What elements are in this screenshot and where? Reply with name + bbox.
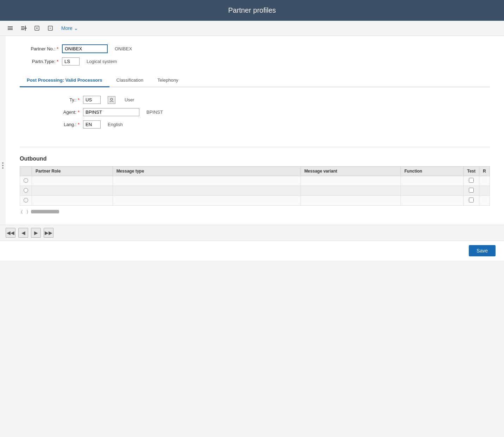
outbound-table: Partner Role Message type Message varian… (20, 166, 490, 206)
side-handle (0, 36, 6, 225)
row2-test-cell[interactable] (464, 186, 479, 196)
ty-input[interactable] (83, 96, 101, 104)
lang-display: English (108, 122, 123, 127)
row1-r[interactable] (479, 176, 490, 186)
row2-message-type[interactable] (113, 186, 301, 196)
row2-function[interactable] (401, 186, 464, 196)
page-header: Partner profiles (0, 0, 504, 21)
row3-partner-role[interactable] (32, 196, 113, 206)
outbound-section: Outbound Partner Role Message type Messa… (20, 156, 490, 216)
row3-radio[interactable] (24, 198, 28, 202)
row1-test-checkbox[interactable] (469, 178, 474, 183)
agent-required: * (78, 110, 80, 115)
row2-test-checkbox[interactable] (469, 188, 474, 193)
page-title: Partner profiles (228, 6, 276, 14)
scroll-right-button[interactable]: 〉 (25, 208, 30, 215)
partner-no-label: Partner No.: * (20, 46, 62, 51)
agent-label: Agent: * (41, 110, 83, 115)
row1-radio-cell[interactable] (20, 176, 32, 186)
svg-rect-3 (21, 26, 24, 27)
lang-label: Lang.: * (41, 122, 83, 127)
col-function: Function (401, 167, 464, 176)
side-dot (2, 165, 4, 166)
partn-type-row: Partn.Type: * Logical system (20, 57, 490, 65)
ty-display: User (125, 97, 134, 102)
row2-radio[interactable] (24, 188, 28, 193)
last-btn[interactable]: ▶▶ (44, 228, 53, 238)
tab-classification[interactable]: Classification (109, 74, 151, 87)
scroll-row: 〈 〉 (20, 207, 490, 216)
expand-icon[interactable] (32, 24, 42, 33)
row1-partner-role[interactable] (32, 176, 113, 186)
side-dot (2, 162, 4, 164)
row2-radio-cell[interactable] (20, 186, 32, 196)
row1-radio[interactable] (24, 178, 28, 183)
row2-message-variant[interactable] (301, 186, 401, 196)
svg-point-13 (111, 98, 113, 100)
more-button[interactable]: More ⌄ (59, 24, 80, 32)
row1-test-cell[interactable] (464, 176, 479, 186)
partn-type-display: Logical system (87, 59, 117, 64)
svg-rect-1 (8, 28, 13, 29)
row3-test-checkbox[interactable] (469, 198, 474, 202)
tab-telephony[interactable]: Telephony (150, 74, 185, 87)
row3-function[interactable] (401, 196, 464, 206)
next-btn[interactable]: ▶ (31, 228, 41, 238)
lang-required: * (78, 122, 80, 127)
toolbar: More ⌄ (0, 21, 504, 36)
ty-row: Ty.: * User (41, 96, 490, 104)
scroll-bar[interactable] (31, 210, 59, 213)
tab-bar: Post Processing: Valid Processors Classi… (20, 74, 490, 87)
user-icon-button[interactable] (108, 96, 115, 104)
side-dot (2, 167, 4, 169)
col-r: R (479, 167, 490, 176)
svg-rect-0 (8, 26, 13, 27)
partner-no-display: ONIBEX (115, 46, 132, 51)
partn-type-label: Partn.Type: * (20, 59, 62, 64)
row2-partner-role[interactable] (32, 186, 113, 196)
footer-bar: Save (0, 241, 504, 261)
lang-row: Lang.: * English (41, 120, 490, 129)
row3-test-cell[interactable] (464, 196, 479, 206)
row2-r[interactable] (479, 186, 490, 196)
table-row (20, 186, 490, 196)
row3-message-type[interactable] (113, 196, 301, 206)
post-processing-content: Ty.: * User Agent: (20, 87, 490, 138)
agent-input[interactable] (83, 108, 139, 116)
prev-btn[interactable]: ◀ (18, 228, 28, 238)
table-row (20, 196, 490, 206)
save-button[interactable]: Save (469, 245, 496, 256)
row3-radio-cell[interactable] (20, 196, 32, 206)
tab-post-processing[interactable]: Post Processing: Valid Processors (20, 74, 109, 87)
more-chevron-icon: ⌄ (74, 25, 78, 31)
first-btn[interactable]: ◀◀ (6, 228, 15, 238)
collapse-icon[interactable] (46, 24, 55, 33)
outbound-title: Outbound (20, 156, 490, 162)
nav-icon[interactable] (6, 24, 15, 33)
separator (20, 147, 490, 147)
col-partner-role: Partner Role (32, 167, 113, 176)
partner-no-input[interactable] (62, 44, 108, 53)
col-message-variant: Message variant (301, 167, 401, 176)
more-label: More (61, 25, 73, 31)
required-star: * (57, 46, 58, 51)
partn-type-input[interactable] (62, 57, 80, 65)
lang-input[interactable] (83, 120, 101, 129)
agent-row: Agent: * BPINST (41, 108, 490, 116)
partner-no-row: Partner No.: * ONIBEX (20, 44, 490, 53)
row3-message-variant[interactable] (301, 196, 401, 206)
row1-function[interactable] (401, 176, 464, 186)
row1-message-type[interactable] (113, 176, 301, 186)
main-content: Partner No.: * ONIBEX Partn.Type: * Logi… (6, 36, 504, 225)
add-detail-icon[interactable] (19, 24, 28, 33)
col-select (20, 167, 32, 176)
scroll-left-button[interactable]: 〈 (20, 208, 24, 215)
agent-display: BPINST (146, 110, 163, 115)
required-star2: * (57, 59, 58, 64)
col-test: Test (464, 167, 479, 176)
bottom-toolbar: ◀◀ ◀ ▶ ▶▶ (0, 225, 504, 241)
row3-r[interactable] (479, 196, 490, 206)
col-message-type: Message type (113, 167, 301, 176)
row1-message-variant[interactable] (301, 176, 401, 186)
table-row (20, 176, 490, 186)
